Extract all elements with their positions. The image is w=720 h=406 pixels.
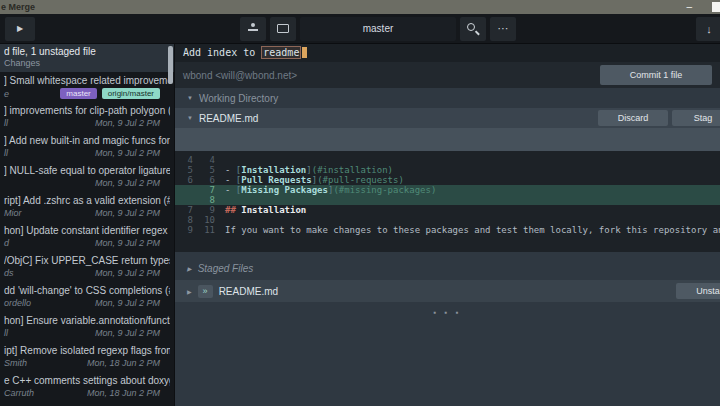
commit-meta: SmithMon, 18 Jun 2 PM — [4, 358, 170, 368]
commit-date: Mon, 9 Jul 2 PM — [95, 268, 160, 278]
commit-list: ] Small whitespace related improvements … — [0, 72, 174, 402]
chevron-down-icon: ▼ — [187, 115, 193, 121]
diff-line-content: - [Installation](#installation) — [225, 165, 393, 175]
commit-row[interactable]: hon] Ensure variable.annotation/function… — [0, 312, 174, 342]
old-line-number — [179, 195, 193, 205]
text-cursor — [302, 47, 307, 58]
commit-row[interactable]: ] Add new built-in and magic funcs for 3… — [0, 132, 174, 162]
commit-date: Mon, 9 Jul 2 PM — [95, 178, 160, 188]
commit-author: ds — [4, 268, 14, 278]
diff-line-content: - [Missing Packages](#missing-packages) — [225, 185, 436, 195]
changes-subtitle: Changes — [4, 58, 170, 68]
new-line-number: 11 — [201, 225, 215, 235]
diff-line: 55- [Installation](#installation) — [175, 165, 720, 175]
pull-icon: ↓ — [706, 23, 712, 35]
new-line-number: 9 — [201, 205, 215, 215]
commit-title: ] Small whitespace related improvements … — [4, 75, 170, 86]
new-line-number: 8 — [201, 195, 215, 205]
commit-message-input[interactable]: Add index to readme — [175, 44, 720, 62]
commit-meta: dMon, 9 Jul 2 PM — [4, 238, 170, 248]
pull-button[interactable]: ↓ — [696, 17, 720, 41]
run-button[interactable]: ▶ — [5, 17, 35, 41]
window-title: e Merge — [1, 0, 35, 14]
commit-title: hon] Update constant identifier regex (#… — [4, 225, 170, 236]
commit-author: ll — [4, 118, 8, 128]
commit-author: Mior — [4, 208, 22, 218]
old-line-number: 8 — [179, 215, 193, 225]
more-button[interactable]: ⋯ — [490, 17, 516, 41]
minimize-button[interactable]: – — [686, 0, 692, 14]
working-directory-header[interactable]: ▼ Working Directory — [175, 88, 720, 108]
commit-author: d — [4, 238, 9, 248]
repository-toolbar-button[interactable] — [270, 17, 296, 41]
commit-button[interactable]: Commit 1 file — [600, 65, 712, 85]
commit-row[interactable]: ript] Add .zshrc as a valid extension (#… — [0, 192, 174, 222]
commit-title: dd 'will-change' to CSS completions (#15… — [4, 285, 170, 296]
commit-date: Mon, 9 Jul 2 PM — [95, 328, 160, 338]
diff-line-content: - [Pull Requests](#pull-requests) — [225, 175, 404, 185]
stage-button[interactable]: Stag — [672, 110, 720, 126]
commit-author: Smith — [4, 358, 27, 368]
splitter-handle-icon[interactable]: ▪ ▪ ▪ — [175, 308, 720, 317]
search-button[interactable] — [460, 17, 486, 41]
ellipsis-icon: ⋯ — [498, 22, 509, 34]
branch-badge-master[interactable]: master — [60, 88, 96, 99]
diff-line-content: ## Installation — [225, 205, 306, 215]
main-pane: Add index to readme wbond <will@wbond.ne… — [175, 44, 720, 406]
discard-button[interactable]: Discard — [598, 110, 668, 126]
branch-selector[interactable]: master — [300, 17, 456, 41]
commit-meta: ordelloMon, 9 Jul 2 PM — [4, 298, 170, 308]
commit-row[interactable]: ] improvements for clip-path polygon (#1… — [0, 102, 174, 132]
commit-message-text: Add index to — [183, 47, 261, 58]
commit-date: Mon, 18 Jun 2 PM — [87, 358, 160, 368]
commit-row[interactable]: ] Small whitespace related improvements … — [0, 72, 174, 102]
staged-files-header[interactable]: ▶ Staged Files — [175, 258, 720, 278]
new-line-number: 5 — [201, 165, 215, 175]
staged-file-icon: » — [198, 285, 213, 298]
working-file-name: README.md — [199, 113, 258, 124]
sidebar-scrollbar[interactable] — [168, 46, 173, 84]
close-button[interactable] — [712, 2, 720, 12]
working-file-bar[interactable]: ▼ README.md Discard Stag — [175, 108, 720, 128]
commit-meta: llMon, 9 Jul 2 PM — [4, 328, 170, 338]
unstage-button[interactable]: Unsta — [676, 283, 720, 299]
search-icon — [467, 23, 475, 31]
commit-author: Carruth — [4, 388, 34, 398]
commit-title: ipt] Remove isolated regexp flags from v… — [4, 345, 170, 356]
chevron-right-icon: ▶ — [187, 288, 192, 295]
commit-row[interactable]: /ObjC] Fix UPPER_CASE return types on se… — [0, 252, 174, 282]
commit-date: Mon, 9 Jul 2 PM — [95, 208, 160, 218]
commit-row[interactable]: ] NULL-safe equal to operator ligature. … — [0, 162, 174, 192]
old-line-number — [179, 185, 193, 195]
changes-summary: d file, 1 unstaged file — [4, 46, 170, 57]
commit-date: Mon, 9 Jul 2 PM — [95, 298, 160, 308]
commit-meta: MiorMon, 9 Jul 2 PM — [4, 208, 170, 218]
branch-badges: masterorigin/master — [60, 88, 160, 99]
commit-row[interactable]: dd 'will-change' to CSS completions (#15… — [0, 282, 174, 312]
new-line-number: 6 — [201, 175, 215, 185]
diff-line: 79## Installation — [175, 205, 720, 215]
commit-title: ] Add new built-in and magic funcs for 3… — [4, 135, 170, 146]
commit-toolbar-button[interactable] — [240, 17, 266, 41]
commit-title: /ObjC] Fix UPPER_CASE return types on se… — [4, 255, 170, 266]
branch-badge-origin-master[interactable]: origin/master — [102, 88, 160, 99]
uncommitted-changes-row[interactable]: d file, 1 unstaged file Changes — [0, 44, 174, 72]
commit-row[interactable]: hon] Update constant identifier regex (#… — [0, 222, 174, 252]
diff-line: 66- [Pull Requests](#pull-requests) — [175, 175, 720, 185]
commit-author-row: wbond <will@wbond.net> Commit 1 file — [175, 62, 720, 88]
commit-author: ordello — [4, 298, 31, 308]
commit-date: Mon, 9 Jul 2 PM — [95, 118, 160, 128]
diff-line: 911If you want to make changes to these … — [175, 225, 720, 235]
commit-author: e — [4, 89, 9, 99]
chevron-right-icon: ▶ — [187, 265, 192, 272]
hunk-header-band — [175, 128, 720, 151]
new-line-number: 4 — [201, 155, 215, 165]
staged-file-name: README.md — [219, 286, 278, 297]
commit-meta: CarruthMon, 18 Jun 2 PM — [4, 388, 170, 398]
diff-view[interactable]: 4455- [Installation](#installation)66- [… — [175, 151, 720, 252]
commit-title: ] improvements for clip-path polygon (#1… — [4, 105, 170, 116]
diff-line-content: If you want to make changes to these pac… — [225, 225, 720, 235]
commit-row[interactable]: e C++ comments settings about doxygen cC… — [0, 372, 174, 402]
staged-file-bar[interactable]: ▶ » README.md Unsta — [175, 280, 720, 302]
commit-row[interactable]: ipt] Remove isolated regexp flags from v… — [0, 342, 174, 372]
